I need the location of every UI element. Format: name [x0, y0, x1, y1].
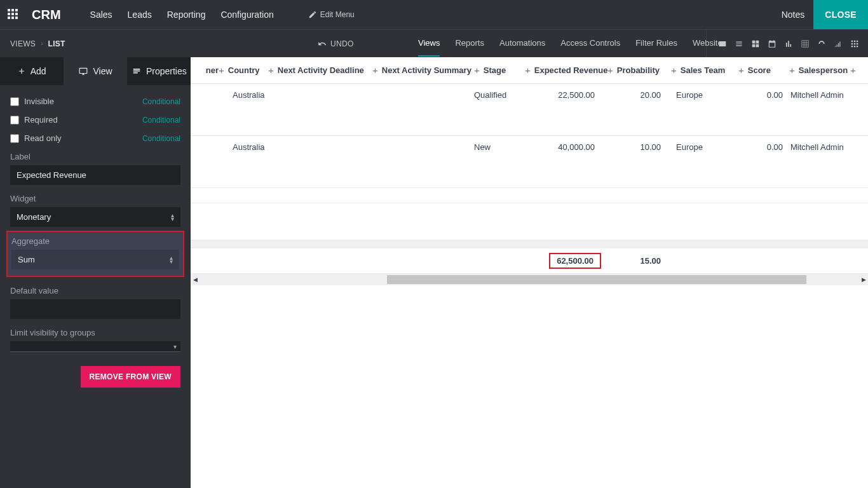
list-view-icon[interactable]: [735, 39, 743, 48]
add-column-icon[interactable]: +: [268, 65, 274, 76]
kanban-view-icon[interactable]: [751, 39, 760, 48]
tab-reports[interactable]: Reports: [455, 30, 484, 57]
svg-rect-2: [756, 40, 759, 43]
undo-icon: [318, 39, 327, 48]
tab-filter-rules[interactable]: Filter Rules: [635, 30, 677, 57]
undo-button[interactable]: UNDO: [305, 39, 367, 48]
widget-select[interactable]: Monetary ▴▾: [10, 207, 180, 227]
chevron-right-icon: ›: [41, 40, 43, 47]
close-button[interactable]: CLOSE: [813, 0, 868, 29]
readonly-checkbox[interactable]: Read only: [10, 133, 62, 143]
plus-icon: [17, 67, 26, 76]
panel-tab-add[interactable]: Add: [0, 57, 64, 85]
remove-from-view-button[interactable]: REMOVE FROM VIEW: [81, 366, 180, 388]
pivot-view-icon[interactable]: [801, 39, 810, 48]
notes-link[interactable]: Notes: [773, 10, 814, 20]
monitor-icon: [78, 67, 88, 76]
scroll-left-icon[interactable]: ◀: [191, 276, 200, 283]
default-input[interactable]: [10, 299, 180, 319]
required-conditional-link[interactable]: Conditional: [142, 116, 180, 125]
tab-website[interactable]: Website: [693, 30, 722, 57]
add-column-icon[interactable]: +: [738, 65, 744, 76]
label-field-label: Label: [10, 152, 180, 161]
svg-rect-9: [854, 43, 855, 44]
breadcrumb: VIEWS › LIST: [0, 39, 191, 48]
svg-rect-8: [851, 43, 853, 44]
app-title: CRM: [32, 8, 61, 22]
empty-row[interactable]: [191, 188, 868, 203]
table-footer: 62,500.00 15.00: [191, 248, 868, 274]
scroll-right-icon[interactable]: ▶: [859, 276, 868, 283]
svg-rect-4: [756, 44, 759, 47]
readonly-conditional-link[interactable]: Conditional: [142, 134, 180, 143]
required-checkbox[interactable]: Required: [10, 115, 58, 125]
svg-rect-3: [752, 44, 756, 47]
nav-reporting[interactable]: Reporting: [167, 10, 206, 20]
revenue-total-highlight: 62,500.00: [549, 253, 601, 269]
updown-icon: ▴▾: [170, 256, 173, 264]
panel-tab-view[interactable]: View: [64, 57, 127, 85]
svg-rect-12: [854, 45, 855, 46]
add-column-icon[interactable]: +: [789, 65, 795, 76]
nav-leads[interactable]: Leads: [128, 10, 152, 20]
chart-view-icon[interactable]: [784, 39, 793, 48]
add-column-icon[interactable]: +: [474, 65, 480, 76]
tab-automations[interactable]: Automations: [499, 30, 545, 57]
app-launcher-icon[interactable]: [8, 9, 19, 20]
grid-view-icon[interactable]: [850, 39, 859, 48]
horizontal-scrollbar[interactable]: ◀ ▶: [191, 274, 868, 285]
aggregate-field-label: Aggregate: [11, 236, 179, 246]
breadcrumb-views[interactable]: VIEWS: [10, 39, 36, 48]
svg-rect-7: [857, 40, 858, 41]
svg-rect-13: [857, 45, 858, 46]
tab-access-controls[interactable]: Access Controls: [560, 30, 620, 57]
signal-view-icon[interactable]: [834, 39, 843, 48]
label-input[interactable]: [10, 165, 180, 185]
limit-groups-select[interactable]: ▾: [10, 341, 180, 352]
scroll-thumb[interactable]: [387, 275, 806, 284]
gauge-view-icon[interactable]: [817, 39, 826, 48]
panel-tab-properties[interactable]: Properties: [128, 57, 191, 85]
pencil-icon: [308, 10, 317, 19]
updown-icon: ▴▾: [171, 214, 174, 221]
edit-menu-link[interactable]: Edit Menu: [308, 10, 355, 20]
svg-rect-6: [854, 40, 855, 41]
widget-field-label: Widget: [10, 194, 180, 203]
add-column-icon[interactable]: +: [671, 65, 677, 76]
aggregate-highlight: Aggregate Sum ▴▾: [6, 231, 184, 277]
chevron-down-icon: ▾: [173, 345, 177, 349]
svg-rect-11: [851, 45, 853, 46]
add-column-icon[interactable]: +: [219, 65, 224, 76]
invisible-conditional-link[interactable]: Conditional: [142, 97, 180, 106]
table-row[interactable]: Australia New 40,000.00 10.00 Europe 0.0…: [191, 136, 868, 188]
limit-field-label: Limit visibility to groups: [10, 328, 180, 337]
nav-sales[interactable]: Sales: [90, 10, 112, 20]
svg-rect-1: [752, 40, 756, 43]
nav-configuration[interactable]: Configuration: [220, 10, 273, 20]
breadcrumb-list[interactable]: LIST: [48, 39, 65, 48]
form-icon: [132, 67, 142, 76]
calendar-view-icon[interactable]: [768, 39, 776, 48]
add-column-icon[interactable]: +: [850, 65, 856, 76]
add-column-icon[interactable]: +: [372, 65, 378, 76]
tab-views[interactable]: Views: [418, 30, 440, 57]
aggregate-select[interactable]: Sum ▴▾: [11, 250, 179, 269]
invisible-checkbox[interactable]: Invisible: [10, 97, 54, 106]
add-column-icon[interactable]: +: [525, 65, 531, 76]
table-header: ner +Country +Next Activity Deadline +Ne…: [191, 57, 868, 84]
svg-rect-5: [851, 40, 853, 41]
add-column-icon[interactable]: +: [607, 65, 613, 76]
default-field-label: Default value: [10, 286, 180, 295]
svg-rect-10: [857, 43, 858, 44]
table-row[interactable]: Australia Qualified 22,500.00 20.00 Euro…: [191, 84, 868, 136]
